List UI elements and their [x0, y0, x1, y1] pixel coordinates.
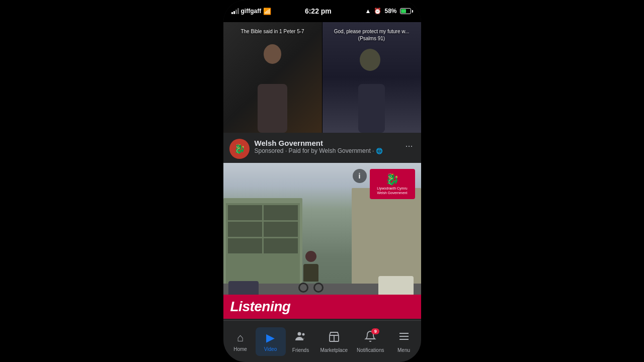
wg-logo-overlay: 🐉 Llywodraeth Cymru Welsh Government	[370, 169, 415, 199]
nav-friends-label: Friends	[292, 347, 309, 353]
wifi-icon: 📶	[263, 8, 271, 15]
nav-home[interactable]: ⌂ Home	[225, 327, 256, 356]
nav-marketplace[interactable]: Marketplace	[316, 326, 353, 357]
nav-video-label: Video	[264, 346, 277, 352]
globe-icon: 🌐	[376, 148, 383, 154]
post-menu-button[interactable]: ···	[403, 139, 415, 153]
nav-menu-label: Menu	[397, 347, 410, 353]
status-bar: giffgaff 📶 6:22 pm ▲ ⏰ 58%	[223, 0, 421, 22]
nav-notifications[interactable]: 9 Notifications	[352, 326, 389, 357]
info-button[interactable]: i	[353, 169, 367, 183]
car-right	[378, 276, 414, 296]
status-right: ▲ ⏰ 58%	[365, 8, 413, 15]
nav-video[interactable]: ▶ Video	[256, 327, 286, 356]
feed-post: 🐉 Welsh Government Sponsored · Paid for …	[223, 133, 421, 320]
location-icon: ▲	[365, 8, 371, 15]
phone-frame: giffgaff 📶 6:22 pm ▲ ⏰ 58%	[223, 0, 421, 362]
svg-point-0	[297, 332, 301, 335]
nav-marketplace-label: Marketplace	[320, 347, 348, 353]
wg-dragon-icon: 🐉	[375, 173, 410, 186]
signal-icon	[231, 8, 239, 14]
menu-icon	[398, 330, 410, 345]
status-left: giffgaff 📶	[231, 8, 272, 15]
nav-friends[interactable]: Friends	[286, 326, 316, 357]
building-left	[223, 198, 302, 289]
video-overlay-text-right: God, please protect my future w... (Psal…	[323, 28, 421, 42]
listening-text: Listening	[230, 299, 291, 315]
post-sponsored-label: Sponsored · Paid for by Welsh Government…	[255, 147, 398, 154]
carrier-name: giffgaff	[241, 8, 262, 15]
post-header: 🐉 Welsh Government Sponsored · Paid for …	[223, 133, 421, 163]
alarm-icon: ⏰	[374, 8, 381, 15]
video-icon: ▶	[266, 331, 275, 344]
svg-point-1	[302, 333, 304, 335]
post-account-name[interactable]: Welsh Government	[255, 139, 398, 147]
status-time: 6:22 pm	[305, 7, 332, 15]
bottom-nav: ⌂ Home ▶ Video Friends	[223, 320, 421, 362]
video-thumb-left[interactable]: The Bible said in 1 Peter 5-7	[223, 22, 323, 133]
notification-badge: 9	[371, 328, 379, 334]
video-thumbnails[interactable]: The Bible said in 1 Peter 5-7 God, pleas…	[223, 22, 421, 133]
nav-notifications-label: Notifications	[357, 347, 384, 353]
nav-menu[interactable]: Menu	[389, 326, 419, 357]
battery-icon	[400, 8, 413, 14]
person-wheelchair	[298, 251, 324, 291]
post-meta: Welsh Government Sponsored · Paid for by…	[255, 139, 398, 154]
video-overlay-text-left: The Bible said in 1 Peter 5-7	[223, 28, 322, 35]
ad-image[interactable]: 🐉 Llywodraeth Cymru Welsh Government i L…	[223, 163, 421, 319]
content-area: The Bible said in 1 Peter 5-7 God, pleas…	[223, 22, 421, 320]
video-thumb-right[interactable]: God, please protect my future w... (Psal…	[323, 22, 421, 133]
welsh-dragon-avatar-icon: 🐉	[234, 143, 245, 154]
notifications-icon: 9	[364, 330, 376, 345]
marketplace-icon	[328, 330, 340, 345]
battery-pct: 58%	[384, 8, 396, 15]
friends-icon	[295, 330, 307, 345]
building-right	[352, 188, 421, 289]
post-avatar[interactable]: 🐉	[229, 139, 250, 159]
wg-logo-text: Llywodraeth Cymru Welsh Government	[375, 186, 410, 195]
home-icon: ⌂	[237, 331, 244, 344]
listening-banner: Listening	[223, 295, 421, 319]
nav-home-label: Home	[233, 346, 247, 352]
